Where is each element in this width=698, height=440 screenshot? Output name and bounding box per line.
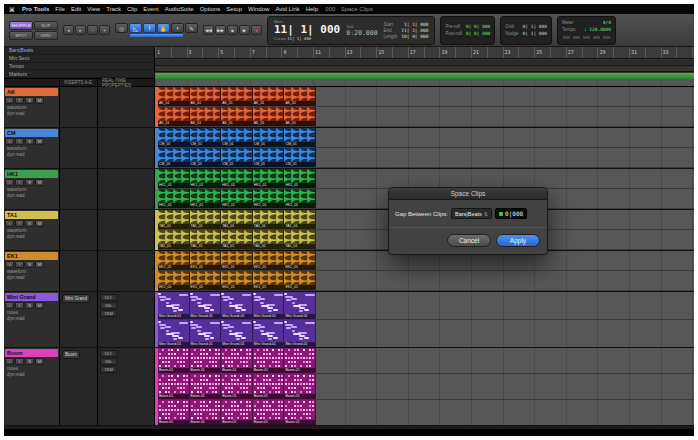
bars-beats-ruler[interactable]: 13579111315171921232527293133 [155,47,694,59]
roll-pre-roll[interactable]: Pre-roll0| 0| 000 [445,24,490,29]
input-monitor-button[interactable]: I [15,302,24,309]
menu-clip[interactable]: Clip [124,6,140,12]
clip[interactable]: Boom-01 [158,400,190,425]
pencil-tool[interactable]: ✎ [185,23,198,33]
ruler-name-min-secs[interactable]: Min:Secs [4,55,154,63]
clip[interactable]: AK_01 [158,107,190,126]
automation-mode-selector[interactable]: dyn read [4,372,59,378]
clip[interactable]: AK_01 [253,107,285,126]
zoom-in-icon[interactable]: + [99,25,110,35]
automation-mode-selector[interactable]: dyn read [4,316,59,322]
input-monitor-button[interactable]: I [15,97,24,104]
clip[interactable]: CM_01 [221,148,253,167]
apply-button[interactable]: Apply [496,234,540,247]
clip[interactable]: Mini Grand-01 [221,292,253,319]
clip[interactable]: TA1_01 [190,230,222,249]
fast-forward-button[interactable]: ▶▶ [215,25,226,35]
solo-button[interactable]: S [25,138,34,145]
track-name[interactable]: CM [5,129,58,137]
clip[interactable]: Boom-01 [221,348,253,373]
clip[interactable]: CM_01 [253,148,285,167]
clip[interactable]: Mini Grand-01 [158,320,190,347]
insert-plugin-button[interactable]: Boom [62,350,80,359]
clip[interactable]: Boom-01 [253,348,285,373]
record-enable-button[interactable]: ● [5,138,14,145]
rtp-vel[interactable]: VEL [100,302,117,309]
clip[interactable]: AK_01 [253,87,285,106]
clip[interactable]: EK1_01 [284,251,316,270]
clip[interactable]: Boom-01 [190,374,222,399]
trim-tool[interactable]: ◺ [129,23,142,33]
clip[interactable]: HK1_01 [190,189,222,208]
roll-post-roll[interactable]: Post-roll0| 0| 000 [445,31,490,36]
menu-track[interactable]: Track [103,6,124,12]
dialog-title-bar[interactable]: Space Clips [389,188,547,200]
menu-view[interactable]: View [84,6,103,12]
clip[interactable]: Mini Grand-01 [284,320,316,347]
selector-tool[interactable]: I [143,23,156,33]
apple-menu-icon[interactable]: ⌘ [9,6,15,13]
zoomer-tool[interactable]: ◎ [115,23,128,33]
clip[interactable]: EK1_01 [158,271,190,290]
clip[interactable]: EK1_01 [221,251,253,270]
zoom-out-horizontal-icon[interactable]: ◂ [63,25,74,35]
input-monitor-button[interactable]: I [15,220,24,227]
timeline-ruler[interactable]: 13579111315171921232527293133 [155,47,694,78]
min-secs-ruler[interactable] [155,60,694,66]
track-playlist[interactable]: Boom-01Boom-01Boom-01Boom-01Boom-01Boom-… [155,348,694,425]
clip[interactable]: Boom-01 [284,400,316,425]
clip[interactable]: Mini Grand-01 [253,292,285,319]
clip[interactable]: HK1_01 [253,189,285,208]
clip[interactable]: HK1_01 [221,189,253,208]
mute-button[interactable]: M [35,358,44,365]
value-tempo[interactable]: Tempo♩ 120.0000 [562,27,611,32]
value-meter[interactable]: Meter4/4 [562,20,611,25]
record-button[interactable]: ● [251,25,262,35]
clip[interactable]: TA1_01 [190,210,222,229]
clip[interactable]: EK1_01 [158,251,190,270]
grabber-tool[interactable]: ✋ [157,23,170,33]
input-monitor-button[interactable]: I [15,138,24,145]
record-enable-button[interactable]: ● [5,302,14,309]
sub-counter[interactable]: Sub 0:20.000 [346,24,377,37]
clip[interactable]: CM_01 [253,128,285,147]
record-enable-button[interactable]: ● [5,97,14,104]
value-grid[interactable]: Grid0| 1| 000 [505,24,547,29]
smart-tool-bar[interactable] [130,34,183,37]
menu-file[interactable]: File [52,6,68,12]
clip[interactable]: Boom-01 [190,348,222,373]
rtp-vel[interactable]: VEL [100,358,117,365]
cancel-button[interactable]: Cancel [447,234,491,247]
clip[interactable]: AK_01 [190,107,222,126]
menu-audiosuite[interactable]: AudioSuite [162,6,197,12]
clip[interactable]: EK1_01 [253,251,285,270]
rewind-button[interactable]: ◀◀ [203,25,214,35]
tempo-ruler[interactable] [155,67,694,72]
clip[interactable]: Boom-01 [253,374,285,399]
clip[interactable]: HK1_01 [158,169,190,188]
mute-button[interactable]: M [35,302,44,309]
menu-options[interactable]: Options [197,6,224,12]
selection-end[interactable]: End11| 1| 000 [384,28,429,33]
clip[interactable]: AK_01 [221,87,253,106]
clip[interactable]: EK1_01 [221,271,253,290]
clip[interactable]: EK1_01 [190,271,222,290]
mute-button[interactable]: M [35,97,44,104]
clip[interactable]: HK1_01 [284,169,316,188]
play-button[interactable]: ▶ [239,25,250,35]
clip[interactable]: AK_01 [284,87,316,106]
automation-mode-selector[interactable]: dyn read [4,152,59,158]
clip[interactable]: Boom-01 [158,348,190,373]
mute-button[interactable]: M [35,220,44,227]
track-playlist[interactable]: EK1_01EK1_01EK1_01EK1_01EK1_01EK1_01EK1_… [155,251,694,291]
record-enable-button[interactable]: ● [5,179,14,186]
clip[interactable]: Boom-01 [221,400,253,425]
markers-ruler[interactable] [155,73,694,79]
clip[interactable]: TA1_01 [221,230,253,249]
track-playlist[interactable]: CM_01CM_01CM_01CM_01CM_01CM_01CM_01CM_01… [155,128,694,168]
mute-button[interactable]: M [35,138,44,145]
clip[interactable]: Mini Grand-01 [190,292,222,319]
ruler-name-tempo[interactable]: Tempo [4,63,154,71]
selection-length[interactable]: Length10| 0| 000 [384,34,429,39]
ruler-name-bars-beats[interactable]: Bars|Beats [4,47,154,55]
